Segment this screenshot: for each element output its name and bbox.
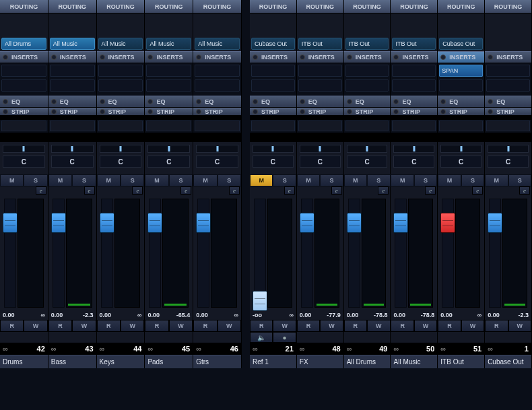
peak-value[interactable]: -2.3	[83, 312, 94, 318]
insert-slot[interactable]	[146, 79, 191, 92]
channel-name[interactable]: Gtrs	[193, 355, 241, 368]
peak-value[interactable]: ∞	[477, 312, 481, 318]
eq-header[interactable]: EQ	[250, 96, 296, 108]
edit-channel-button[interactable]: e	[180, 186, 191, 195]
insert-slot[interactable]	[298, 79, 342, 92]
insert-slot[interactable]	[345, 79, 389, 92]
channel-name[interactable]: All Music	[391, 355, 437, 368]
eq-header[interactable]: EQ	[344, 96, 391, 108]
fader-handle[interactable]	[300, 213, 314, 233]
eq-header[interactable]: EQ	[48, 96, 96, 108]
eq-header[interactable]: EQ	[145, 96, 193, 108]
peak-value[interactable]: -78.8	[374, 312, 388, 318]
mute-button[interactable]: M	[391, 174, 413, 186]
peak-value[interactable]: -77.9	[327, 312, 341, 318]
insert-slot[interactable]	[50, 65, 95, 77]
pan-control[interactable]: C	[3, 156, 45, 168]
eq-header[interactable]: EQ	[438, 96, 484, 108]
insert-slot[interactable]	[486, 79, 530, 92]
routing-output-slot[interactable]: ITB Out	[392, 38, 436, 50]
peak-value[interactable]: -65.4	[176, 312, 191, 318]
fader-handle[interactable]	[3, 213, 18, 233]
automation-write-button[interactable]: W	[169, 320, 193, 332]
mute-button[interactable]: M	[97, 174, 121, 186]
fader-db-value[interactable]: 0.00	[488, 312, 500, 318]
strip-header[interactable]: STRIP	[297, 108, 343, 116]
insert-slot[interactable]	[146, 65, 191, 77]
send-slot[interactable]	[146, 121, 191, 131]
insert-slot[interactable]	[98, 79, 143, 92]
link-icon[interactable]: ∞	[3, 345, 8, 353]
insert-slot[interactable]	[439, 79, 483, 92]
automation-write-button[interactable]: W	[121, 320, 144, 332]
routing-header[interactable]: ROUTING	[438, 0, 484, 13]
pan-control[interactable]: C	[488, 156, 529, 168]
mute-button[interactable]: M	[438, 174, 461, 186]
link-icon[interactable]: ∞	[347, 345, 352, 353]
strip-header[interactable]: STRIP	[193, 108, 241, 116]
fader-handle[interactable]	[253, 291, 267, 311]
link-icon[interactable]: ∞	[51, 345, 57, 353]
strip-header[interactable]: STRIP	[145, 108, 193, 116]
edit-channel-button[interactable]: e	[132, 186, 143, 195]
fader-db-value[interactable]: 0.00	[147, 312, 160, 318]
pan-control[interactable]: C	[100, 156, 142, 168]
insert-slot[interactable]	[50, 79, 95, 92]
inserts-header[interactable]: INSERTS	[145, 51, 193, 63]
link-icon[interactable]: ∞	[440, 345, 446, 353]
routing-header[interactable]: ROUTING	[48, 0, 96, 13]
pan-control[interactable]: C	[51, 156, 94, 168]
automation-write-button[interactable]: W	[414, 320, 437, 332]
insert-slot[interactable]	[345, 65, 389, 77]
fader-db-value[interactable]: 0.00	[347, 312, 359, 318]
routing-header[interactable]: ROUTING	[145, 0, 193, 13]
fader-track[interactable]	[149, 199, 161, 308]
edit-channel-button[interactable]: e	[425, 186, 436, 195]
pan-control[interactable]: C	[393, 156, 434, 168]
edit-channel-button[interactable]: e	[229, 186, 240, 195]
peak-value[interactable]: ∞	[234, 312, 238, 318]
fader-track[interactable]	[395, 199, 407, 308]
inserts-header[interactable]: INSERTS	[97, 51, 145, 63]
pan-control[interactable]: C	[347, 156, 388, 168]
edit-channel-button[interactable]: e	[472, 186, 483, 195]
inserts-header[interactable]: INSERTS	[250, 51, 296, 63]
channel-name[interactable]: Drums	[0, 355, 48, 368]
mute-button[interactable]: M	[145, 174, 168, 186]
fader-track[interactable]	[301, 199, 313, 308]
automation-read-button[interactable]: R	[485, 320, 508, 332]
fader-handle[interactable]	[147, 213, 162, 233]
fader-track[interactable]	[442, 199, 454, 308]
channel-name[interactable]: Cubase Out	[485, 355, 531, 368]
send-slot[interactable]	[298, 121, 342, 131]
edit-channel-button[interactable]: e	[84, 186, 95, 195]
inserts-header[interactable]: INSERTS	[297, 51, 343, 63]
send-slot[interactable]	[98, 121, 143, 131]
inserts-header[interactable]: INSERTS	[344, 51, 391, 63]
send-slot[interactable]	[1, 121, 46, 131]
link-icon[interactable]: ∞	[147, 345, 153, 353]
insert-slot[interactable]	[195, 65, 240, 77]
strip-header[interactable]: STRIP	[0, 108, 48, 116]
send-slot[interactable]	[486, 121, 530, 131]
peak-value[interactable]: -78.8	[421, 312, 435, 318]
fader-db-value[interactable]: 0.00	[51, 312, 63, 318]
automation-write-button[interactable]: W	[218, 320, 241, 332]
insert-slot[interactable]	[251, 65, 295, 77]
strip-header[interactable]: STRIP	[485, 108, 531, 116]
automation-write-button[interactable]: W	[320, 320, 343, 332]
fader-db-value[interactable]: 0.00	[196, 312, 208, 318]
solo-button[interactable]: S	[24, 174, 47, 186]
routing-output-slot[interactable]: Cubase Out	[439, 38, 483, 50]
automation-read-button[interactable]: R	[344, 320, 367, 332]
routing-header[interactable]: ROUTING	[391, 0, 437, 13]
solo-button[interactable]: S	[121, 174, 144, 186]
edit-channel-button[interactable]: e	[519, 186, 530, 195]
mute-button[interactable]: M	[344, 174, 367, 186]
send-slot[interactable]	[392, 121, 436, 131]
pan-control[interactable]: C	[253, 156, 294, 168]
inserts-header[interactable]: INSERTS	[438, 51, 484, 63]
link-icon[interactable]: ∞	[100, 345, 105, 353]
strip-header[interactable]: STRIP	[391, 108, 437, 116]
fader-handle[interactable]	[440, 213, 455, 233]
